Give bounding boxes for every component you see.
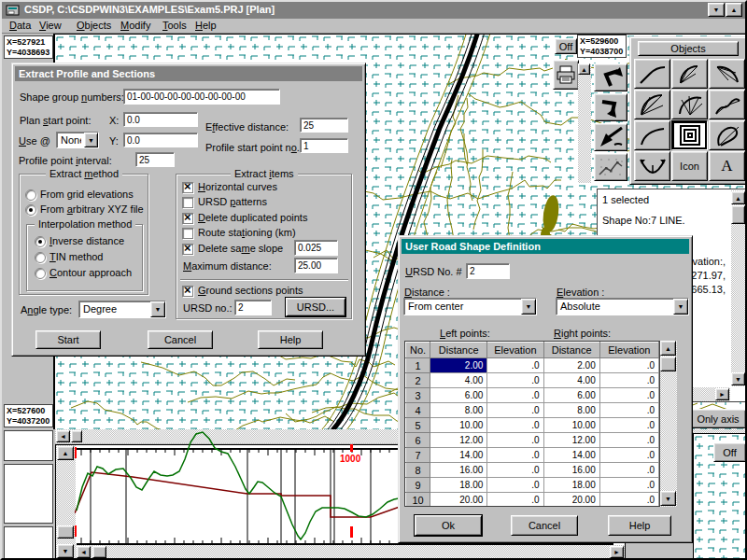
- ursd-table-vscrollbar[interactable]: [660, 341, 677, 507]
- table-cell[interactable]: 18.00: [430, 478, 487, 493]
- table-cell[interactable]: .0: [599, 418, 658, 433]
- ursd-help-button[interactable]: Help: [608, 515, 671, 536]
- extract-help-button[interactable]: Help: [258, 330, 323, 349]
- table-cell[interactable]: .0: [487, 388, 543, 403]
- map-hscroll-thumb[interactable]: [71, 430, 82, 442]
- row-number-cell[interactable]: 3: [406, 388, 430, 403]
- table-cell[interactable]: 20.00: [543, 493, 599, 508]
- elevation-mode-combo[interactable]: Absolute: [556, 298, 689, 315]
- objects-button-reverse-curve[interactable]: [709, 90, 745, 119]
- objects-button-icon[interactable]: Icon: [671, 151, 708, 181]
- objects-button-spiral-fan-large[interactable]: [634, 90, 670, 119]
- checkbox-ground-sections[interactable]: [182, 286, 193, 297]
- ursd-cancel-button[interactable]: Cancel: [511, 515, 578, 536]
- selection-vscroll-thumb[interactable]: [731, 205, 745, 224]
- ursd-scroll-up-icon[interactable]: [660, 341, 676, 356]
- table-cell[interactable]: 6.00: [543, 388, 599, 403]
- shape-group-input[interactable]: 01-00-00-00-00-00-00-00-00: [123, 89, 280, 105]
- tool-mini-scrollbar[interactable]: [578, 63, 591, 183]
- checkbox-delete-same-slope[interactable]: [182, 244, 193, 255]
- table-cell[interactable]: .0: [599, 493, 658, 508]
- table-cell[interactable]: .0: [487, 448, 543, 463]
- objects-button-transition-curve[interactable]: [634, 59, 670, 89]
- checkbox-ursd-patterns[interactable]: [182, 197, 193, 208]
- distance-combo-dropdown-icon[interactable]: [521, 299, 536, 315]
- table-cell[interactable]: 2.00: [430, 358, 487, 373]
- row-number-cell[interactable]: 2: [406, 373, 430, 388]
- only-axis-button[interactable]: Only axis: [690, 409, 746, 428]
- plan-start-y-input[interactable]: 0.0: [123, 133, 198, 147]
- profile-scroll-down-icon[interactable]: [57, 544, 74, 558]
- menu-tools[interactable]: Tools: [161, 19, 189, 32]
- table-cell[interactable]: 10.00: [543, 418, 599, 433]
- extract-cancel-button[interactable]: Cancel: [148, 330, 213, 349]
- maximize-button[interactable]: [726, 3, 742, 17]
- profile-tool-button[interactable]: [594, 153, 627, 181]
- table-cell[interactable]: .0: [599, 388, 658, 403]
- table-cell[interactable]: .0: [487, 493, 543, 508]
- row-number-cell[interactable]: 9: [406, 478, 430, 493]
- table-cell[interactable]: 14.00: [430, 448, 487, 463]
- table-cell[interactable]: .0: [487, 433, 543, 448]
- table-cell[interactable]: .0: [487, 463, 543, 478]
- table-cell[interactable]: 16.00: [543, 463, 599, 478]
- ursd-vscroll-thumb[interactable]: [660, 357, 676, 371]
- profile-scroll-right-icon[interactable]: [610, 546, 624, 558]
- radio-contour-approach[interactable]: [35, 268, 46, 279]
- selection-scroll-up-icon[interactable]: [731, 191, 745, 204]
- selection-vscrollbar[interactable]: [731, 190, 746, 386]
- profile-vscrollbar[interactable]: [56, 445, 76, 559]
- row-number-cell[interactable]: 5: [406, 418, 430, 433]
- table-cell[interactable]: .0: [599, 463, 658, 478]
- rotate-right-tool-button[interactable]: [594, 93, 627, 121]
- radio-inverse-distance[interactable]: [35, 236, 46, 247]
- checkbox-delete-duplicated[interactable]: [182, 213, 193, 224]
- plan-start-x-input[interactable]: 0.0: [123, 112, 198, 127]
- ursd-no-input[interactable]: 2: [234, 300, 272, 315]
- app-icon[interactable]: [6, 4, 21, 17]
- objects-button-arc-fan-left[interactable]: [671, 59, 708, 89]
- menu-help[interactable]: Help: [193, 19, 218, 32]
- objects-button-vertical-curve[interactable]: [634, 151, 670, 181]
- profile-vscroll-thumb[interactable]: [57, 525, 74, 539]
- use-combo-dropdown-icon[interactable]: [84, 133, 98, 147]
- start-button[interactable]: Start: [35, 330, 101, 349]
- interval-input[interactable]: 25: [135, 152, 175, 167]
- rotate-left-tool-button[interactable]: [594, 63, 627, 91]
- table-cell[interactable]: 18.00: [543, 478, 599, 493]
- objects-button-loop-curve[interactable]: [709, 120, 745, 150]
- profile-scroll-up-icon[interactable]: [57, 446, 74, 460]
- table-cell[interactable]: 4.00: [543, 373, 599, 388]
- menu-view[interactable]: View: [37, 19, 63, 32]
- profile-hscroll-thumb[interactable]: [92, 546, 106, 558]
- row-number-cell[interactable]: 10: [406, 493, 430, 508]
- table-cell[interactable]: 4.00: [430, 373, 487, 388]
- row-number-cell[interactable]: 1: [406, 358, 430, 373]
- objects-button-text[interactable]: A: [709, 151, 745, 181]
- row-number-cell[interactable]: 8: [406, 463, 430, 478]
- table-cell[interactable]: 14.00: [543, 448, 599, 463]
- table-cell[interactable]: 8.00: [430, 403, 487, 418]
- ursd-ok-button[interactable]: Ok: [415, 515, 482, 536]
- table-cell[interactable]: 8.00: [543, 403, 599, 418]
- radio-tin-method[interactable]: [35, 252, 46, 263]
- print-button[interactable]: [553, 60, 579, 90]
- profile-hscrollbar[interactable]: [76, 545, 625, 559]
- radio-arbitrary-xyz[interactable]: [25, 204, 36, 216]
- table-cell[interactable]: .0: [487, 478, 543, 493]
- minimize-button[interactable]: [708, 3, 725, 17]
- map-off-button[interactable]: Off: [555, 38, 577, 54]
- same-slope-input[interactable]: 0.025: [294, 240, 338, 256]
- row-number-cell[interactable]: 7: [406, 448, 430, 463]
- selection-scroll-right-icon[interactable]: [715, 388, 729, 400]
- table-cell[interactable]: .0: [599, 358, 658, 373]
- menu-data[interactable]: Data: [7, 19, 33, 32]
- row-number-cell[interactable]: 4: [406, 403, 430, 418]
- table-cell[interactable]: 20.00: [430, 493, 487, 508]
- table-cell[interactable]: 6.00: [430, 388, 487, 403]
- ursd-open-button[interactable]: URSD...: [286, 298, 345, 316]
- extract-dialog-titlebar[interactable]: Extract Profile and Sections: [15, 66, 362, 81]
- table-cell[interactable]: .0: [487, 418, 543, 433]
- table-cell[interactable]: .0: [599, 478, 658, 493]
- table-cell[interactable]: .0: [599, 403, 658, 418]
